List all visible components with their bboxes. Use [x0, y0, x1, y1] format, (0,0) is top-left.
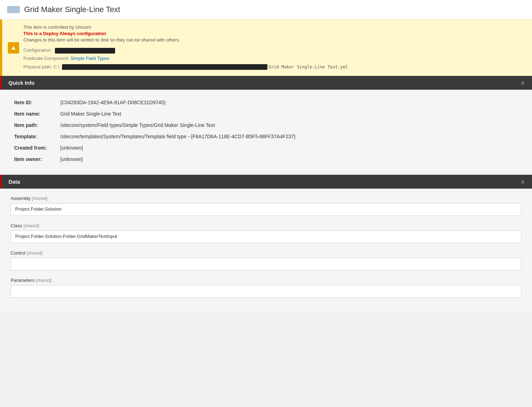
shared-tag-parameters-field: [shared]: [36, 278, 52, 283]
quick-info-value: [unknown] [57, 154, 521, 165]
shared-tag-assembly-field: [shared]: [32, 196, 49, 201]
unicorn-banner: ▲ This item is controlled by Unicorn Thi… [0, 19, 532, 76]
predicate-link[interactable]: Simple Field Types [70, 56, 109, 61]
field-label-control-field: Control [shared]: [11, 250, 521, 256]
page-title: Grid Maker Single-Line Text [24, 5, 120, 14]
quick-info-label: Item owner: [11, 154, 57, 165]
quick-info-label: Created from: [11, 142, 57, 154]
field-label-parameters-field: Parameters [shared]: [11, 278, 521, 283]
page-header: Grid Maker Single-Line Text [0, 0, 532, 19]
quick-info-row: Item owner: [unknown] [11, 154, 521, 165]
quick-info-value: Grid Maker Single-Line Text [57, 108, 521, 119]
quick-info-label: Item ID: [11, 97, 57, 108]
config-value-redacted [55, 48, 115, 54]
predicate-row: Predicate Component: Simple Field Types [23, 54, 525, 62]
data-section-title: Data [9, 179, 20, 185]
field-group-parameters-field: Parameters [shared]: [11, 278, 521, 298]
quick-info-value: [unknown] [57, 142, 521, 154]
field-label-class-field: Class [shared]: [11, 223, 521, 228]
quick-info-label: Item name: [11, 108, 57, 119]
data-section: Assembly [shared]: Project.Folder.Soluti… [0, 189, 532, 312]
banner-line1: This item is controlled by Unicorn [23, 24, 525, 30]
warning-icon: ▲ [8, 42, 19, 54]
quick-info-section: Item ID: {C04283DA-1942-4E9A-81AF-D08CE3… [0, 90, 532, 172]
parameters-field-input[interactable] [11, 285, 521, 298]
shared-tag-class-field: [shared]: [23, 223, 40, 228]
data-section-collapse-icon[interactable]: ∧ [521, 178, 525, 185]
quick-info-collapse-icon[interactable]: ∧ [521, 79, 525, 86]
quick-info-label: Item path: [11, 119, 57, 131]
quick-info-label: Template: [11, 131, 57, 142]
data-section-header[interactable]: Data ∧ [0, 175, 532, 189]
quick-info-value: {C04283DA-1942-4E9A-81AF-D08CE31D9745} [57, 97, 521, 108]
config-label: Configuration: [23, 48, 52, 53]
control-field-input[interactable] [11, 258, 521, 271]
predicate-label: Predicate Component: [23, 56, 69, 61]
banner-meta: Configuration: Predicate Component: Simp… [23, 46, 525, 71]
quick-info-header[interactable]: Quick Info ∧ [0, 76, 532, 90]
field-label-assembly-field: Assembly [shared]: [11, 196, 521, 201]
quick-info-title: Quick Info [9, 80, 34, 86]
banner-description: Changes to this item will be written to … [23, 37, 525, 43]
field-group-assembly-field: Assembly [shared]: Project.Folder.Soluti… [11, 196, 521, 216]
quick-info-row: Template: /sitecore/templates/System/Tem… [11, 131, 521, 142]
quick-info-row: Created from: [unknown] [11, 142, 521, 154]
field-group-control-field: Control [shared]: [11, 250, 521, 271]
quick-info-value: /sitecore/system/Field types/Simple Type… [57, 119, 521, 131]
quick-info-table: Item ID: {C04283DA-1942-4E9A-81AF-D08CE3… [11, 97, 521, 165]
shared-tag-control-field: [shared]: [27, 251, 44, 256]
physical-path-row: Physical path: C:\ Grid Maker Single-Lin… [23, 63, 525, 71]
assembly-field-input[interactable]: Project.Folder.Solution [11, 203, 521, 216]
class-field-input[interactable]: Project.Folder.Solution.Folder.GridMaker… [11, 230, 521, 243]
physical-path-suffix: Grid Maker Single-Line Text.yml [268, 65, 348, 69]
quick-info-row: Item ID: {C04283DA-1942-4E9A-81AF-D08CE3… [11, 97, 521, 108]
quick-info-value: /sitecore/templates/System/Templates/Tem… [57, 131, 521, 142]
quick-info-row: Item path: /sitecore/system/Field types/… [11, 119, 521, 131]
physical-label: Physical path: C:\ [23, 64, 59, 69]
banner-deploy-always: This is a Deploy Always configuration [23, 31, 525, 36]
path-value-redacted [62, 64, 267, 70]
config-row: Configuration: [23, 46, 525, 54]
section-divider [0, 172, 532, 175]
quick-info-row: Item name: Grid Maker Single-Line Text [11, 108, 521, 119]
item-icon [7, 6, 20, 13]
field-group-class-field: Class [shared]: Project.Folder.Solution.… [11, 223, 521, 243]
